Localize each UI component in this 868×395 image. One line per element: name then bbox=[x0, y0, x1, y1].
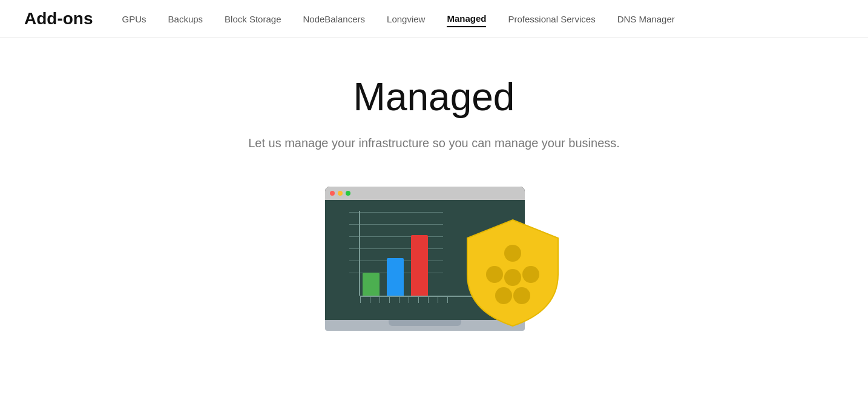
shield-icon bbox=[464, 217, 561, 329]
dot-green-icon bbox=[346, 191, 350, 196]
dot-red-icon bbox=[330, 191, 335, 196]
shield-graphic bbox=[464, 217, 561, 329]
chart-bars bbox=[363, 235, 428, 296]
nav-item-managed[interactable]: Managed bbox=[447, 11, 486, 27]
bar-red bbox=[411, 235, 428, 296]
page-subtitle: Let us manage your infrastructure so you… bbox=[248, 136, 620, 150]
svg-point-1 bbox=[486, 266, 503, 283]
main-content: Managed Let us manage your infrastructur… bbox=[0, 38, 868, 362]
main-nav: GPUs Backups Block Storage NodeBalancers… bbox=[122, 11, 675, 27]
dot-yellow-icon bbox=[338, 191, 343, 196]
managed-illustration bbox=[307, 181, 561, 362]
svg-point-3 bbox=[522, 266, 539, 283]
header: Add-ons GPUs Backups Block Storage NodeB… bbox=[0, 0, 868, 38]
svg-point-2 bbox=[504, 269, 521, 286]
nav-item-dns-manager[interactable]: DNS Manager bbox=[617, 12, 675, 27]
nav-item-professional-services[interactable]: Professional Services bbox=[508, 12, 595, 27]
nav-item-nodebalancers[interactable]: NodeBalancers bbox=[303, 12, 365, 27]
nav-item-longview[interactable]: Longview bbox=[387, 12, 425, 27]
laptop-stand bbox=[389, 320, 461, 326]
nav-list: GPUs Backups Block Storage NodeBalancers… bbox=[122, 11, 675, 27]
bar-blue bbox=[387, 258, 404, 296]
page-title: Managed bbox=[353, 75, 515, 119]
bar-green bbox=[363, 273, 380, 296]
nav-item-backups[interactable]: Backups bbox=[168, 12, 203, 27]
app-title: Add-ons bbox=[24, 9, 93, 28]
svg-point-0 bbox=[504, 245, 521, 262]
svg-point-5 bbox=[513, 287, 530, 304]
laptop-titlebar bbox=[325, 187, 525, 200]
nav-item-gpus[interactable]: GPUs bbox=[122, 12, 146, 27]
nav-item-block-storage[interactable]: Block Storage bbox=[225, 12, 281, 27]
svg-point-4 bbox=[495, 287, 512, 304]
